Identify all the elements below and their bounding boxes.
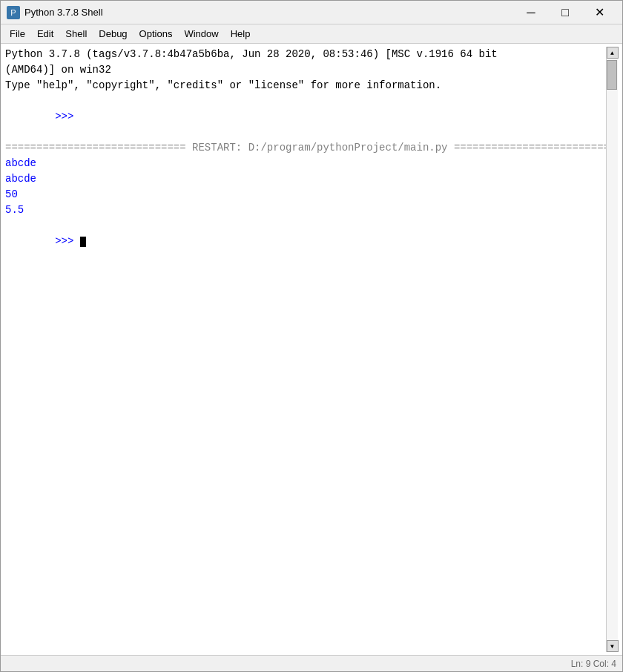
output-line-2: abcde [5,171,606,187]
output-line-4: 5.5 [5,202,606,218]
scrollbar-track[interactable] [607,59,618,640]
minimize-button[interactable]: ─ [514,1,548,24]
output-line-1: abcde [5,156,606,171]
cursor [80,237,86,247]
output-line-3: 50 [5,187,606,202]
menu-options[interactable]: Options [134,24,179,43]
scroll-up-arrow[interactable]: ▲ [607,47,619,59]
restart-separator: ============================= RESTART: D… [5,140,606,156]
welcome-line-1: Python 3.7.8 (tags/v3.7.8:4b47a5b6ba, Ju… [5,47,606,62]
vertical-scrollbar[interactable]: ▲ ▼ [606,47,618,652]
close-button[interactable]: ✕ [582,1,616,24]
maximize-button[interactable]: □ [548,1,582,24]
current-prompt-line[interactable]: >>> [5,218,606,265]
status-bar: Ln: 9 Col: 4 [1,655,622,671]
title-bar: P Python 3.7.8 Shell ─ □ ✕ [1,1,622,24]
prompt-2: >>> [55,235,80,247]
menu-debug[interactable]: Debug [93,24,133,43]
menu-help[interactable]: Help [225,24,257,43]
prompt-1: >>> [55,111,80,122]
menu-file[interactable]: File [4,24,31,43]
menu-window[interactable]: Window [178,24,224,43]
window-title: Python 3.7.8 Shell [24,7,514,18]
python-shell-window: P Python 3.7.8 Shell ─ □ ✕ File Edit She… [0,0,623,672]
menu-edit[interactable]: Edit [31,24,59,43]
svg-text:P: P [10,8,16,17]
scrollbar-thumb[interactable] [607,60,617,90]
menu-bar: File Edit Shell Debug Options Window Hel… [1,24,622,44]
shell-content[interactable]: Python 3.7.8 (tags/v3.7.8:4b47a5b6ba, Ju… [1,44,622,655]
status-position: Ln: 9 Col: 4 [571,659,616,669]
app-icon: P [7,6,20,19]
scroll-down-arrow[interactable]: ▼ [607,640,619,652]
menu-shell[interactable]: Shell [59,24,93,43]
first-prompt-line: >>> [5,93,606,140]
welcome-line-3: Type "help", "copyright", "credits" or "… [5,78,606,93]
shell-output-area[interactable]: Python 3.7.8 (tags/v3.7.8:4b47a5b6ba, Ju… [5,47,606,652]
window-controls: ─ □ ✕ [514,1,616,24]
welcome-line-2: (AMD64)] on win32 [5,62,606,78]
